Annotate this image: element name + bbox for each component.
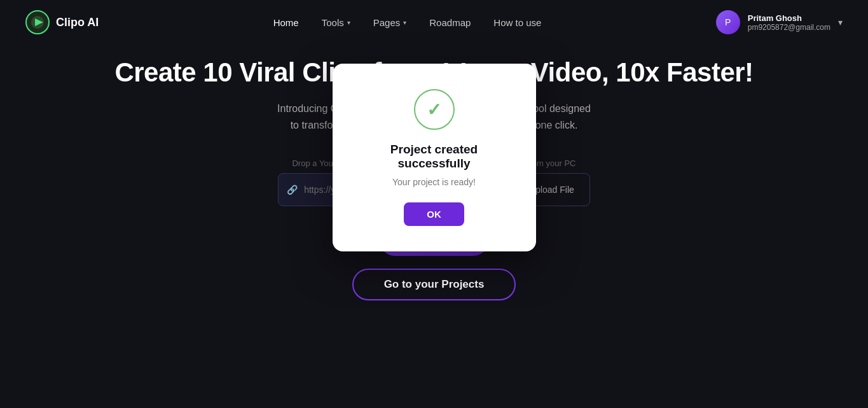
modal-subtitle: Your project is ready! — [353, 177, 516, 187]
checkmark-icon: ✓ — [427, 99, 441, 120]
modal-overlay: ✓ Project created successfully Your proj… — [0, 0, 868, 408]
success-modal: ✓ Project created successfully Your proj… — [333, 64, 536, 251]
check-circle-icon: ✓ — [414, 89, 455, 130]
modal-title: Project created successfully — [353, 143, 516, 171]
modal-ok-button[interactable]: OK — [404, 202, 464, 226]
